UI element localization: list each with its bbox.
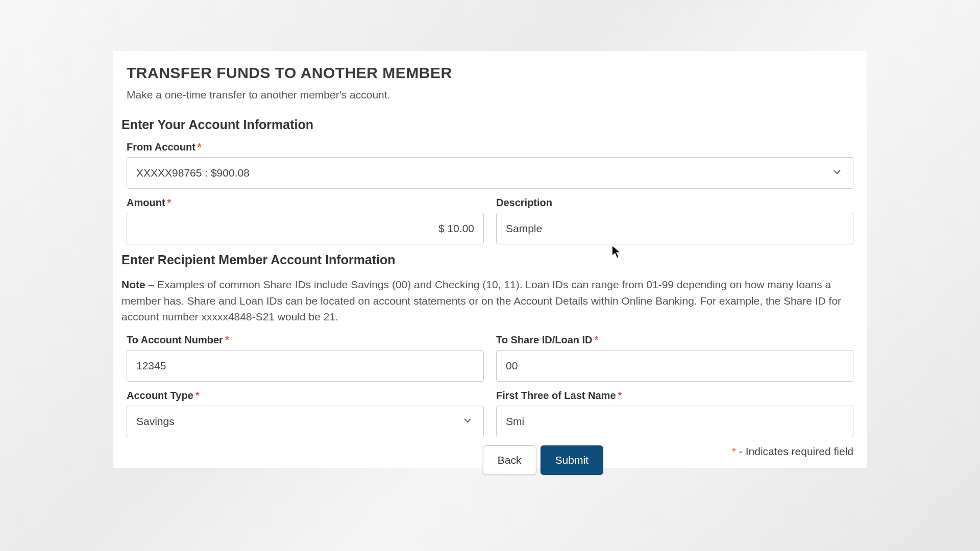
field-from-account: From Account*: [127, 141, 853, 189]
section-your-account-heading: Enter Your Account Information: [121, 117, 853, 132]
to-account-number-label-text: To Account Number: [127, 334, 223, 345]
row-amount-description: Amount* Description: [127, 197, 853, 244]
account-type-select-wrap[interactable]: [127, 406, 484, 437]
transfer-form-card: TRANSFER FUNDS TO ANOTHER MEMBER Make a …: [113, 51, 867, 468]
required-asterisk: *: [225, 334, 229, 345]
field-description: Description: [496, 197, 853, 244]
amount-label-text: Amount: [127, 197, 165, 208]
required-asterisk: *: [195, 390, 200, 401]
button-group: Back Submit: [483, 445, 603, 475]
from-account-select-wrap[interactable]: [127, 157, 853, 189]
required-field-note: * - Indicates required field: [732, 445, 853, 458]
required-asterisk: *: [595, 334, 599, 345]
amount-label: Amount*: [127, 197, 484, 209]
last-name-label: First Three of Last Name*: [496, 390, 853, 402]
back-button[interactable]: Back: [483, 445, 536, 475]
required-note-text: - Indicates required field: [736, 445, 853, 457]
required-star: *: [732, 445, 736, 457]
description-label: Description: [496, 197, 853, 209]
account-type-label-text: Account Type: [127, 390, 193, 401]
row-from-account: From Account*: [127, 141, 853, 189]
field-to-account-number: To Account Number*: [127, 334, 484, 382]
submit-button[interactable]: Submit: [541, 445, 603, 475]
to-share-id-label: To Share ID/Loan ID*: [496, 334, 853, 346]
required-asterisk: *: [198, 141, 202, 153]
form-footer: Back Submit * - Indicates required field: [127, 445, 853, 458]
to-share-id-input[interactable]: [496, 350, 853, 382]
field-last-name: First Three of Last Name*: [496, 390, 853, 437]
to-share-id-label-text: To Share ID/Loan ID: [496, 334, 593, 345]
field-account-type: Account Type*: [127, 390, 484, 437]
note-prefix: Note: [121, 279, 145, 290]
to-account-number-label: To Account Number*: [127, 334, 484, 346]
note-body: – Examples of common Share IDs include S…: [121, 279, 841, 322]
from-account-label-text: From Account: [127, 141, 195, 153]
page-subtitle: Make a one-time transfer to another memb…: [127, 89, 853, 101]
row-account-type-lastname: Account Type* First Three of Last Name*: [127, 390, 853, 437]
amount-input[interactable]: [127, 213, 484, 244]
row-to-account-share: To Account Number* To Share ID/Loan ID*: [127, 334, 853, 382]
last-name-label-text: First Three of Last Name: [496, 390, 616, 401]
section-recipient-heading: Enter Recipient Member Account Informati…: [121, 253, 853, 267]
field-to-share-id: To Share ID/Loan ID*: [496, 334, 853, 382]
from-account-select[interactable]: [127, 157, 853, 189]
field-amount: Amount*: [127, 197, 484, 244]
description-input[interactable]: [496, 213, 853, 244]
account-type-label: Account Type*: [127, 390, 484, 402]
last-name-input[interactable]: [496, 406, 853, 437]
recipient-note: Note – Examples of common Share IDs incl…: [121, 277, 859, 325]
to-account-number-input[interactable]: [127, 350, 484, 382]
page-title: TRANSFER FUNDS TO ANOTHER MEMBER: [127, 64, 853, 82]
required-asterisk: *: [618, 390, 622, 401]
from-account-label: From Account*: [127, 141, 853, 153]
account-type-select[interactable]: [127, 406, 484, 437]
required-asterisk: *: [167, 197, 172, 208]
